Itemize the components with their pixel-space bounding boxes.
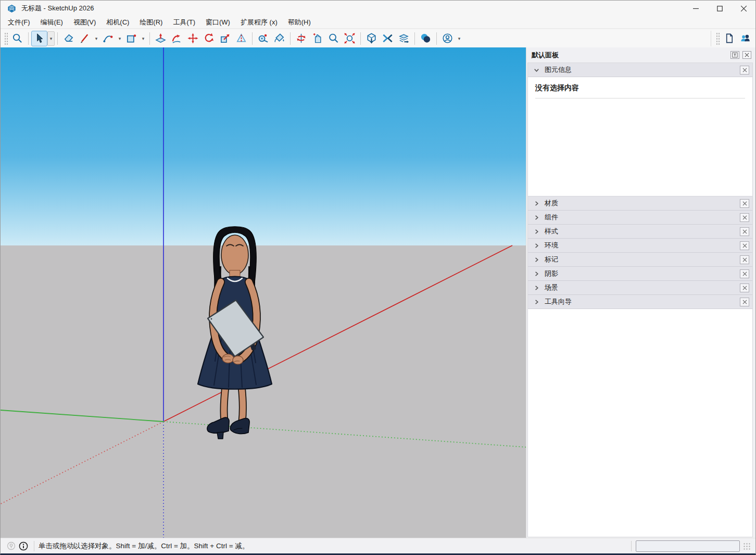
section-materials[interactable]: 材质 (528, 196, 752, 211)
menu-edit[interactable]: 编辑(E) (35, 16, 68, 29)
push-pull-tool-button[interactable] (153, 31, 169, 46)
pan-hand-icon (311, 32, 323, 44)
people-icon (739, 32, 751, 44)
section-entity-info[interactable]: 图元信息 (528, 63, 752, 77)
info-button[interactable] (17, 540, 30, 552)
section-close-button[interactable] (740, 66, 749, 75)
menu-tools[interactable]: 工具(T) (168, 16, 200, 29)
eraser-tool-button[interactable] (60, 31, 77, 46)
minimize-button[interactable] (684, 1, 708, 16)
paint-bucket-tool-button[interactable] (271, 31, 287, 46)
menu-help[interactable]: 帮助(H) (283, 16, 316, 29)
zoom-tool-button[interactable] (325, 31, 342, 46)
pan-tool-button[interactable] (309, 31, 325, 46)
collaborate-button[interactable] (737, 31, 753, 46)
left-hand (222, 354, 234, 363)
eraser-icon (62, 32, 74, 44)
new-document-button[interactable] (721, 31, 737, 46)
follow-me-icon (171, 32, 183, 44)
status-hint-text: 单击或拖动以选择对象。Shift = 加/减。Ctrl = 加。Shift + … (39, 541, 249, 551)
toolbar-separator (149, 32, 150, 45)
line-tool-dropdown[interactable]: ▾ (93, 31, 100, 46)
line-tool-button[interactable] (77, 31, 93, 46)
tape-measure-icon (257, 32, 269, 44)
tray-pin-button[interactable] (730, 51, 739, 59)
zoom-extents-button[interactable] (342, 31, 358, 46)
document-icon (723, 32, 735, 44)
rectangle-tool-button[interactable] (123, 31, 140, 46)
maximize-button[interactable] (708, 1, 732, 16)
section-close-button[interactable] (740, 227, 749, 236)
orbit-tool-button[interactable] (293, 31, 309, 46)
toolbar: ▾ ▾ ▾ ▾ (1, 29, 755, 47)
search-icon (11, 32, 23, 44)
section-instructor[interactable]: 工具向导 (528, 295, 752, 309)
section-styles[interactable]: 样式 (528, 225, 752, 239)
window-controls (684, 1, 755, 16)
section-close-button[interactable] (740, 241, 749, 250)
left-leg (224, 386, 225, 421)
right-hand (233, 356, 243, 364)
paint-bucket-icon (273, 32, 285, 44)
arc-tool-dropdown[interactable]: ▾ (116, 31, 123, 46)
close-icon (742, 300, 747, 304)
select-tool-button[interactable] (31, 31, 47, 46)
section-scenes[interactable]: 场景 (528, 281, 752, 295)
section-label: 环境 (545, 241, 558, 250)
section-close-button[interactable] (740, 269, 749, 278)
menu-camera[interactable]: 相机(C) (101, 16, 134, 29)
account-button[interactable] (439, 31, 456, 46)
rectangle-tool-dropdown[interactable]: ▾ (140, 31, 147, 46)
menu-file[interactable]: 文件(F) (3, 16, 35, 29)
rotate-tool-button[interactable] (201, 31, 217, 46)
section-close-button[interactable] (740, 283, 749, 292)
section-tags[interactable]: 标记 (528, 253, 752, 267)
move-tool-button[interactable] (185, 31, 201, 46)
account-dropdown[interactable]: ▾ (456, 31, 463, 46)
section-close-button[interactable] (740, 199, 749, 208)
menu-window[interactable]: 窗口(W) (200, 16, 235, 29)
right-leg (242, 386, 243, 422)
tray-sections: 图元信息 没有选择内容 材质 组件 (527, 63, 753, 537)
close-button[interactable] (732, 1, 755, 16)
offset-tool-button[interactable] (233, 31, 249, 46)
viewport-canvas[interactable] (1, 47, 526, 538)
follow-me-tool-button[interactable] (169, 31, 185, 46)
menu-view[interactable]: 视图(V) (68, 16, 101, 29)
geolocation-button[interactable] (5, 540, 17, 552)
section-close-button[interactable] (740, 213, 749, 222)
toolbar-grip[interactable] (4, 32, 8, 45)
sketchup-window: 无标题 - SketchUp 2026 文件(F) 编辑(E) 视图(V) 相机… (0, 0, 756, 555)
3d-warehouse-button[interactable] (363, 31, 380, 46)
toolbar-separator (28, 32, 29, 45)
measurement-input[interactable] (636, 540, 740, 552)
section-label: 工具向导 (545, 297, 572, 306)
info-icon (19, 541, 28, 551)
section-close-button[interactable] (740, 255, 749, 264)
tray-title: 默认面板 (532, 51, 559, 60)
resize-grip[interactable] (743, 542, 751, 551)
move-icon (187, 32, 199, 44)
section-close-button[interactable] (740, 298, 749, 306)
toolbar-separator (57, 32, 58, 45)
scale-tool-button[interactable] (217, 31, 233, 46)
menu-extensions[interactable]: 扩展程序 (x) (235, 16, 283, 29)
section-shadows[interactable]: 阴影 (528, 267, 752, 281)
viewport[interactable] (1, 47, 526, 538)
face (221, 235, 248, 275)
section-environment[interactable]: 环境 (528, 239, 752, 253)
arc-tool-button[interactable] (100, 31, 116, 46)
search-button[interactable] (9, 31, 26, 46)
select-cursor-icon (33, 32, 45, 44)
toolbar-grip[interactable] (716, 32, 720, 45)
select-tool-dropdown[interactable]: ▾ (47, 31, 55, 46)
close-icon (742, 229, 747, 234)
styles-shapes-button[interactable] (418, 31, 434, 46)
tray-close-button[interactable] (742, 51, 751, 59)
menu-draw[interactable]: 绘图(R) (134, 16, 168, 29)
toolbar-separator (290, 32, 291, 45)
share-model-button[interactable] (396, 31, 412, 46)
tape-measure-tool-button[interactable] (255, 31, 271, 46)
section-components[interactable]: 组件 (528, 211, 752, 225)
extension-warehouse-button[interactable] (380, 31, 396, 46)
